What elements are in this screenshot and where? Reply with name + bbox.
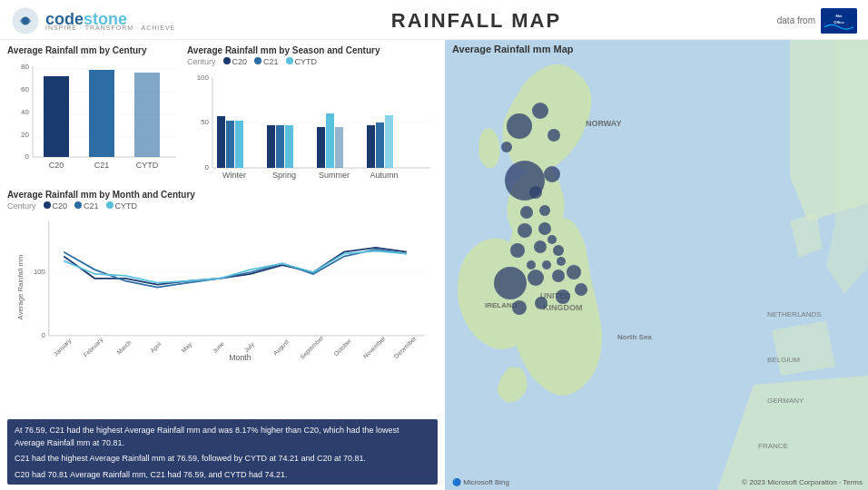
svg-text:C20: C20 bbox=[49, 161, 64, 170]
svg-rect-32 bbox=[326, 113, 334, 168]
data-from-area: data from Met Office bbox=[777, 8, 857, 34]
logo-icon bbox=[11, 6, 40, 35]
summary-line-2: C21 had the highest Average Rainfall mm … bbox=[15, 453, 430, 466]
svg-text:80: 80 bbox=[21, 63, 29, 71]
svg-rect-36 bbox=[385, 115, 393, 168]
svg-rect-28 bbox=[267, 125, 275, 168]
month-line-chart: Average Rainfall mm 0 100 January Februa… bbox=[7, 212, 438, 362]
season-legend: Century C20 C21 CYTD bbox=[187, 57, 432, 66]
svg-rect-35 bbox=[376, 122, 384, 168]
svg-text:October: October bbox=[332, 337, 353, 358]
century-chart-title: Average Rainfall mm by Century bbox=[7, 45, 180, 55]
svg-rect-34 bbox=[367, 125, 375, 168]
charts-top-row: Average Rainfall mm by Century 0 20 40 6… bbox=[7, 45, 438, 186]
bubble-scotland-nw bbox=[507, 113, 532, 139]
svg-text:August: August bbox=[271, 338, 291, 358]
svg-text:FRANCE: FRANCE bbox=[758, 442, 788, 450]
svg-text:May: May bbox=[180, 340, 193, 354]
legend-century-label2: Century bbox=[7, 201, 36, 211]
svg-text:BELGIUM: BELGIUM bbox=[767, 356, 800, 364]
month-legend-c20: C20 bbox=[44, 201, 68, 211]
bubble-city4 bbox=[547, 235, 557, 244]
svg-text:April: April bbox=[149, 340, 163, 355]
bubble-cornwall bbox=[512, 300, 527, 315]
logo-area: codestone INSPIRE · TRANSFORM · ACHIEVE bbox=[11, 6, 175, 35]
svg-rect-26 bbox=[226, 121, 234, 168]
svg-rect-33 bbox=[335, 127, 343, 168]
content-area: Average Rainfall mm by Century 0 20 40 6… bbox=[0, 40, 868, 490]
svg-text:July: July bbox=[243, 341, 257, 355]
svg-text:February: February bbox=[82, 336, 104, 358]
svg-text:Autumn: Autumn bbox=[370, 171, 398, 180]
svg-text:Winter: Winter bbox=[222, 171, 246, 180]
bubble-edinburgh bbox=[544, 166, 560, 182]
bubble-city2 bbox=[557, 257, 566, 266]
svg-text:November: November bbox=[362, 335, 388, 360]
svg-text:CYTD: CYTD bbox=[136, 161, 159, 170]
bubble-scotland-se bbox=[529, 186, 542, 199]
svg-text:Office: Office bbox=[833, 19, 844, 24]
svg-text:North Sea: North Sea bbox=[617, 333, 652, 341]
svg-text:100: 100 bbox=[34, 268, 45, 276]
uk-map-svg: NORWAY IRELAND UNITED KINGDOM North Sea … bbox=[445, 40, 868, 490]
svg-text:0: 0 bbox=[42, 331, 45, 339]
svg-text:60: 60 bbox=[21, 85, 29, 93]
svg-text:June: June bbox=[212, 340, 226, 355]
legend-c21: C21 bbox=[254, 57, 279, 66]
month-legend-c21: C21 bbox=[74, 201, 99, 211]
bubble-hebrides bbox=[501, 142, 512, 152]
svg-text:NORWAY: NORWAY bbox=[586, 119, 622, 128]
svg-text:Month: Month bbox=[229, 353, 251, 362]
header: codestone INSPIRE · TRANSFORM · ACHIEVE … bbox=[0, 0, 868, 40]
svg-text:50: 50 bbox=[201, 118, 209, 126]
bubble-city1 bbox=[542, 260, 551, 270]
right-panel: Average Rainfall mm Map bbox=[445, 40, 868, 490]
data-from-label: data from bbox=[777, 15, 815, 25]
svg-text:100: 100 bbox=[197, 74, 210, 82]
page-title: RAINFALL MAP bbox=[391, 9, 561, 33]
svg-rect-30 bbox=[285, 125, 293, 168]
bubble-scotland-ne bbox=[547, 129, 560, 142]
svg-text:Spring: Spring bbox=[272, 171, 296, 180]
svg-text:Summer: Summer bbox=[319, 171, 350, 180]
season-bar-chart: 0 50 100 bbox=[187, 68, 432, 186]
svg-text:March: March bbox=[115, 338, 132, 355]
bubble-kent bbox=[575, 283, 587, 296]
bubble-lake-district bbox=[518, 223, 532, 238]
bar-cytd bbox=[134, 73, 160, 157]
bubble-london-w bbox=[552, 270, 565, 282]
bing-text: 🔵 bbox=[452, 478, 461, 486]
summary-line-1: At 76.59, C21 had the highest Average Ra… bbox=[15, 425, 430, 449]
legend-century-label: Century bbox=[187, 57, 216, 66]
bubble-surrey bbox=[556, 289, 570, 304]
svg-text:September: September bbox=[299, 334, 326, 361]
bubble-dorset bbox=[535, 297, 547, 309]
legend-cytd: CYTD bbox=[286, 57, 318, 66]
map-title: Average Rainfall mm Map bbox=[452, 44, 573, 54]
left-panel: Average Rainfall mm by Century 0 20 40 6… bbox=[0, 40, 445, 490]
bing-logo: 🔵 Microsoft Bing bbox=[452, 478, 509, 486]
bar-c21 bbox=[89, 70, 114, 157]
logo-text-block: codestone INSPIRE · TRANSFORM · ACHIEVE bbox=[45, 11, 175, 31]
svg-text:December: December bbox=[393, 335, 419, 360]
month-legend-cytd: CYTD bbox=[106, 201, 138, 211]
svg-text:Met: Met bbox=[836, 14, 843, 18]
bubble-bristol bbox=[528, 270, 544, 286]
bar-c20 bbox=[44, 76, 69, 157]
metoffice-logo: Met Office bbox=[821, 8, 857, 34]
svg-rect-25 bbox=[217, 116, 225, 168]
month-legend: Century C20 C21 CYTD bbox=[7, 201, 438, 211]
map-area[interactable]: NORWAY IRELAND UNITED KINGDOM North Sea … bbox=[445, 40, 868, 490]
svg-text:KINGDOM: KINGDOM bbox=[543, 303, 583, 312]
season-chart-title: Average Rainfall mm by Season and Centur… bbox=[187, 45, 432, 55]
bubble-nw-england bbox=[520, 206, 533, 219]
legend-c20: C20 bbox=[223, 57, 248, 66]
svg-text:C21: C21 bbox=[94, 161, 110, 170]
svg-text:20: 20 bbox=[21, 131, 29, 139]
svg-text:NETHERLANDS: NETHERLANDS bbox=[767, 310, 822, 318]
month-chart-container: Average Rainfall mm 0 100 January Februa… bbox=[7, 212, 438, 416]
summary-box: At 76.59, C21 had the highest Average Ra… bbox=[7, 419, 438, 485]
bubble-e-midlands bbox=[553, 245, 564, 256]
svg-text:Average Rainfall mm: Average Rainfall mm bbox=[16, 255, 25, 320]
bubble-ne-england bbox=[539, 205, 550, 216]
